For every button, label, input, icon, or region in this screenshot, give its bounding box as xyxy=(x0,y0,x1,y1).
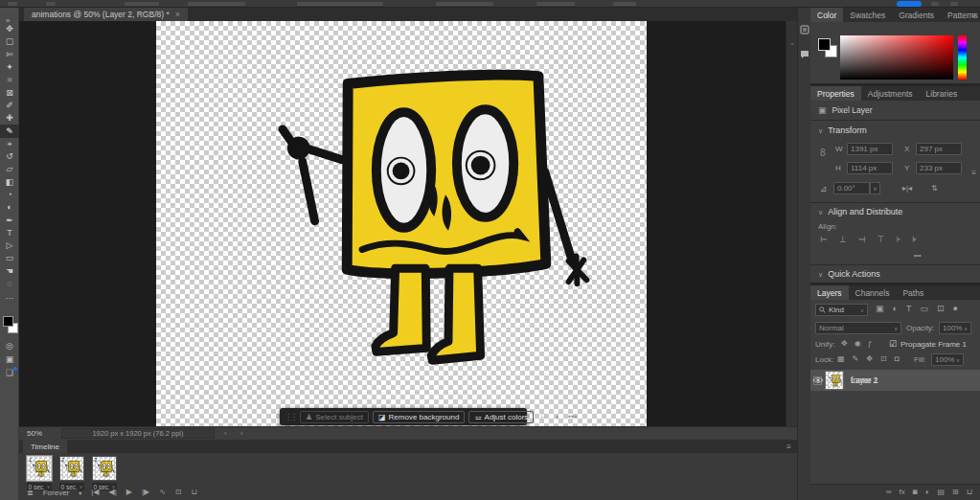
options-search-icon[interactable] xyxy=(931,2,939,6)
crop-flag-icon[interactable]: ⚐ xyxy=(537,412,549,421)
unify-style-icon[interactable]: ƒ xyxy=(868,340,872,348)
timeline-tab[interactable]: Timeline xyxy=(23,440,67,453)
remove-background-button[interactable]: ◪ Remove background xyxy=(373,411,465,423)
delete-layer-icon[interactable]: ⊔ xyxy=(967,489,972,496)
lock-artboard-icon[interactable]: ⊡ xyxy=(880,355,887,363)
unify-visibility-icon[interactable]: ◉ xyxy=(855,340,861,348)
taskbar-drag-handle[interactable]: ⋮⋮ xyxy=(285,413,296,421)
options-flow[interactable] xyxy=(436,2,493,6)
width-field[interactable]: 1391 px xyxy=(847,143,893,155)
align-bottom-icon[interactable]: ⊧ xyxy=(912,236,917,244)
path-selection-tool[interactable]: ▷ xyxy=(0,239,19,252)
layer-effects-icon[interactable]: fx xyxy=(900,489,905,496)
pen-tool[interactable]: ✒ xyxy=(0,214,19,226)
blend-mode-dropdown[interactable]: Normal ∨ xyxy=(815,322,901,334)
quick-actions-section-header[interactable]: ∨Quick Actions xyxy=(818,269,880,279)
tab-properties[interactable]: Properties xyxy=(810,86,861,101)
type-tool[interactable]: T xyxy=(0,227,19,239)
history-brush-tool[interactable]: ↺ xyxy=(0,150,19,163)
color-panel-menu-icon[interactable]: ≡ xyxy=(971,11,976,20)
properties-panel-menu-icon[interactable]: ≡ xyxy=(971,169,976,177)
align-top-icon[interactable]: ⊤ xyxy=(877,236,885,244)
select-subject-button[interactable]: ♟ Select subject xyxy=(300,411,369,423)
document-tab[interactable]: animations @ 50% (Layer 2, RGB/8) * × xyxy=(24,8,188,21)
filter-attribute-icon[interactable]: ● xyxy=(953,305,958,313)
canvas-area[interactable]: ⋮⋮ ♟ Select subject ◪ Remove background … xyxy=(19,21,786,426)
tab-channels[interactable]: Channels xyxy=(849,285,897,300)
eyedropper-tool[interactable]: ✐ xyxy=(0,100,19,112)
collapse-chevron-icon[interactable]: ⌃ xyxy=(789,42,795,50)
tab-paths[interactable]: Paths xyxy=(896,285,930,300)
transform-section-header[interactable]: ∨Transform xyxy=(818,125,867,135)
share-button[interactable] xyxy=(897,1,922,7)
previous-frame-button[interactable]: ◀| xyxy=(109,489,117,496)
eye-icon[interactable] xyxy=(810,376,825,384)
align-right-icon[interactable]: ⊣ xyxy=(858,236,866,244)
layer-group-icon[interactable]: ▤ xyxy=(937,489,945,496)
flip-horizontal-icon[interactable]: ▸|◂ xyxy=(902,185,912,193)
clone-stamp-tool[interactable]: ⌖ xyxy=(0,138,19,150)
layer-thumbnail[interactable] xyxy=(825,371,844,390)
x-field[interactable]: 297 px xyxy=(916,143,962,155)
align-middle-icon[interactable]: ⊦ xyxy=(896,236,900,244)
layer-mask-icon[interactable]: ◙ xyxy=(913,489,918,496)
propagate-checkbox[interactable]: ☑ xyxy=(889,340,897,349)
align-section-header[interactable]: ∨Align and Distribute xyxy=(818,207,902,216)
frame-thumbnail[interactable]: 2 xyxy=(59,456,84,481)
blur-tool[interactable]: ◔ xyxy=(0,189,19,201)
rectangle-tool[interactable]: ▭ xyxy=(0,252,19,264)
tab-layers[interactable]: Layers xyxy=(810,285,849,300)
play-button[interactable]: ▶ xyxy=(126,489,132,496)
tween-button[interactable]: ∿ xyxy=(159,489,166,496)
filter-type-icon[interactable]: T xyxy=(906,305,912,313)
lock-position-icon[interactable]: ✥ xyxy=(866,355,873,363)
crop-tool[interactable]: ⌗ xyxy=(0,74,19,86)
screen-mode-button[interactable]: ▣ xyxy=(0,352,19,366)
link-layers-icon[interactable]: ∞ xyxy=(886,489,892,496)
new-layer-icon[interactable]: ⊞ xyxy=(952,489,959,496)
rectangular-marquee-tool[interactable]: ▢ xyxy=(0,35,19,48)
hue-strip[interactable] xyxy=(958,35,967,80)
gradient-tool[interactable]: ◧ xyxy=(0,176,19,189)
lock-pixels-icon[interactable]: ✎ xyxy=(853,355,859,363)
angle-field[interactable]: 0.00° xyxy=(833,182,870,194)
spot-healing-brush-tool[interactable]: ✚ xyxy=(0,112,19,125)
first-frame-button[interactable]: |◀ xyxy=(91,489,99,496)
options-tool-icon[interactable] xyxy=(8,2,17,6)
fill-field[interactable]: 100% ∨ xyxy=(931,353,964,366)
edit-toolbar-button[interactable]: … xyxy=(0,290,19,303)
adjustment-layer-icon[interactable]: ◐ xyxy=(925,489,930,496)
filter-adjustment-icon[interactable]: ◐ xyxy=(893,305,898,313)
height-field[interactable]: 1114 px xyxy=(847,162,893,174)
layer-row[interactable]: frame 1 xyxy=(810,370,980,391)
tab-adjustments[interactable]: Adjustments xyxy=(861,86,920,101)
quick-mask-button[interactable]: ◎ xyxy=(0,339,19,352)
y-field[interactable]: 233 px xyxy=(916,162,962,174)
color-panel-foreground-swatch[interactable] xyxy=(818,38,831,51)
lock-all-icon[interactable]: ◘ xyxy=(895,355,900,363)
next-frame-button[interactable]: |▶ xyxy=(142,489,149,496)
adjustment-circle-icon[interactable]: ◐ xyxy=(553,412,561,421)
frame-tool[interactable]: ⊠ xyxy=(0,86,19,99)
tab-gradients[interactable]: Gradients xyxy=(892,8,941,22)
timeline-menu-icon[interactable]: ≡ xyxy=(786,443,791,451)
comments-panel-icon[interactable] xyxy=(800,50,809,59)
link-dimensions-icon[interactable]: 8 xyxy=(820,148,826,158)
eraser-tool[interactable]: ▱ xyxy=(0,163,19,175)
filter-shape-icon[interactable]: ▭ xyxy=(920,305,928,313)
flip-vertical-icon[interactable]: ⇅ xyxy=(931,185,938,193)
zoom-tool[interactable]: ◌ xyxy=(0,278,19,290)
lasso-tool[interactable]: ✄ xyxy=(0,49,19,61)
document-info[interactable]: 1920 px x 1920 px (76.2 ppi) xyxy=(61,428,215,439)
artboard-transparency-checker[interactable] xyxy=(156,21,647,426)
tab-swatches[interactable]: Swatches xyxy=(843,8,892,22)
zoom-level-field[interactable]: 50% xyxy=(27,429,61,438)
filter-pixel-layer-icon[interactable]: ▣ xyxy=(876,305,884,313)
taskbar-more-icon[interactable]: ••• xyxy=(566,412,579,421)
status-arrows-icon[interactable]: › ‹ xyxy=(224,429,249,438)
close-tab-icon[interactable]: × xyxy=(175,10,180,19)
loop-count-dropdown[interactable]: Forever xyxy=(43,489,70,497)
options-workspace-icon[interactable] xyxy=(950,2,958,6)
hand-tool[interactable]: ☚ xyxy=(0,265,19,278)
learn-panel-icon[interactable] xyxy=(800,25,809,34)
